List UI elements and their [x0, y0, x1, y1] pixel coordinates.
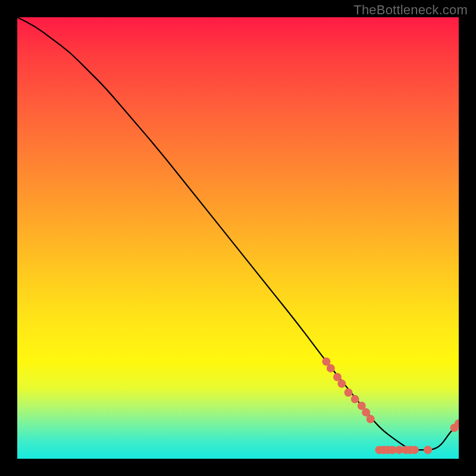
- chart-plot-area: [17, 17, 459, 459]
- data-marker: [337, 380, 346, 388]
- data-marker: [424, 446, 432, 454]
- data-marker: [411, 446, 419, 454]
- data-marker: [327, 364, 335, 372]
- data-markers: [322, 358, 459, 454]
- chart-svg: [17, 17, 459, 459]
- data-marker: [345, 389, 353, 397]
- bottleneck-curve-line: [17, 17, 459, 450]
- data-marker: [351, 395, 359, 403]
- data-marker: [367, 415, 375, 423]
- watermark-text: TheBottleneck.com: [353, 2, 468, 18]
